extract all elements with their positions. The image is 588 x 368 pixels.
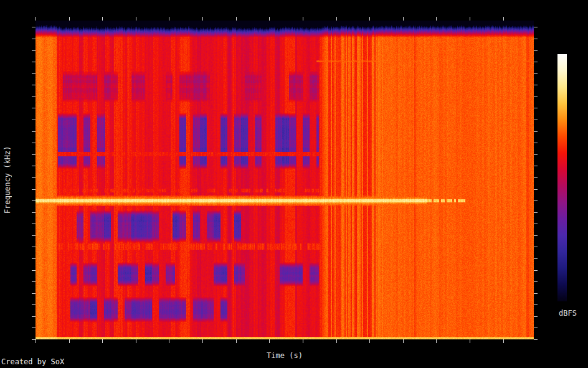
x-tick-mark-bottom <box>403 339 404 343</box>
y-tick-mark-right <box>534 316 538 317</box>
y-tick-mark-right <box>534 224 538 224</box>
x-tick-mark-bottom <box>336 339 337 343</box>
y-tick-mark-left <box>32 85 36 85</box>
y-tick-mark-left <box>32 39 36 39</box>
y-tick-mark-left <box>32 154 36 155</box>
y-tick-mark-left <box>32 177 36 178</box>
y-tick-mark-left <box>32 131 36 132</box>
y-tick-mark-left <box>32 328 36 328</box>
x-tick-mark-top <box>470 17 470 21</box>
y-tick-mark-right <box>534 108 538 108</box>
y-tick-mark-right <box>534 235 538 236</box>
y-tick-mark-right <box>534 258 538 259</box>
x-tick-mark-bottom <box>236 339 237 343</box>
y-tick-mark-right <box>534 212 538 213</box>
y-tick-mark-left <box>32 27 36 27</box>
y-tick-mark-right <box>534 281 538 282</box>
y-tick-mark-right <box>534 50 538 51</box>
x-tick-mark-top <box>102 17 103 21</box>
x-tick-mark-top <box>369 17 370 21</box>
y-tick-mark-right <box>534 85 538 85</box>
x-tick-mark-top <box>336 17 337 21</box>
x-tick-mark-top <box>69 17 70 21</box>
x-tick-mark-top <box>202 17 203 21</box>
y-tick-mark-right <box>534 97 538 97</box>
y-tick-mark-left <box>32 258 36 259</box>
y-axis-title: Frequency (kHz) <box>2 21 12 339</box>
y-tick-mark-right <box>534 131 538 132</box>
y-tick-mark-left <box>32 304 36 305</box>
x-tick-mark-bottom <box>36 339 36 343</box>
x-tick-mark-top <box>303 17 303 21</box>
x-tick-mark-bottom <box>136 339 136 343</box>
y-tick-mark-right <box>534 27 538 27</box>
y-tick-mark-right <box>534 143 538 143</box>
y-tick-mark-right <box>534 189 538 190</box>
x-tick-mark-bottom <box>169 339 169 343</box>
y-tick-mark-right <box>534 154 538 155</box>
y-tick-mark-right <box>534 177 538 178</box>
colorbar <box>557 54 567 301</box>
x-tick-mark-top <box>36 17 36 21</box>
y-tick-mark-left <box>32 189 36 190</box>
y-tick-mark-left <box>32 120 36 120</box>
y-tick-mark-left <box>32 293 36 294</box>
x-tick-mark-top <box>136 17 136 21</box>
y-tick-mark-right <box>534 39 538 39</box>
y-tick-mark-left <box>32 212 36 213</box>
y-tick-mark-left <box>32 73 36 74</box>
x-tick-mark-bottom <box>470 339 470 343</box>
y-tick-mark-right <box>534 62 538 62</box>
y-tick-mark-right <box>534 201 538 201</box>
y-tick-mark-left <box>32 166 36 166</box>
x-tick-mark-top <box>436 17 437 21</box>
y-tick-mark-left <box>32 316 36 317</box>
y-tick-mark-left <box>32 143 36 143</box>
credit-text: Created by SoX <box>1 357 64 366</box>
spectrogram-canvas <box>36 21 534 339</box>
x-tick-mark-bottom <box>436 339 437 343</box>
x-tick-mark-bottom <box>269 339 270 343</box>
y-tick-mark-left <box>32 201 36 201</box>
y-tick-mark-left <box>32 339 36 340</box>
y-tick-mark-right <box>534 247 538 247</box>
y-tick-mark-left <box>32 62 36 62</box>
x-tick-mark-bottom <box>202 339 203 343</box>
x-tick-mark-top <box>403 17 404 21</box>
y-tick-mark-right <box>534 339 538 340</box>
y-tick-mark-left <box>32 50 36 51</box>
x-tick-mark-top <box>236 17 237 21</box>
y-tick-mark-left <box>32 281 36 282</box>
y-tick-mark-right <box>534 120 538 120</box>
y-tick-mark-left <box>32 108 36 108</box>
x-tick-mark-bottom <box>369 339 370 343</box>
y-tick-mark-right <box>534 304 538 305</box>
y-tick-mark-left <box>32 224 36 224</box>
y-tick-mark-right <box>534 166 538 166</box>
y-tick-mark-left <box>32 235 36 236</box>
x-tick-mark-top <box>269 17 270 21</box>
colorbar-unit-label: dBFS <box>559 309 588 318</box>
y-tick-mark-left <box>32 97 36 97</box>
x-tick-mark-bottom <box>503 339 504 343</box>
y-tick-mark-left <box>32 270 36 271</box>
x-axis-title: Time (s) <box>222 351 347 360</box>
x-tick-mark-bottom <box>69 339 70 343</box>
x-tick-mark-bottom <box>102 339 103 343</box>
y-tick-mark-left <box>32 247 36 247</box>
x-tick-mark-bottom <box>303 339 303 343</box>
y-tick-mark-right <box>534 293 538 294</box>
y-tick-mark-right <box>534 270 538 271</box>
x-tick-mark-top <box>503 17 504 21</box>
sox-spectrogram-window: Frequency (kHz) Time (s) dBFS Created by… <box>0 0 588 368</box>
y-tick-mark-right <box>534 73 538 74</box>
x-tick-mark-top <box>169 17 169 21</box>
y-tick-mark-right <box>534 328 538 328</box>
